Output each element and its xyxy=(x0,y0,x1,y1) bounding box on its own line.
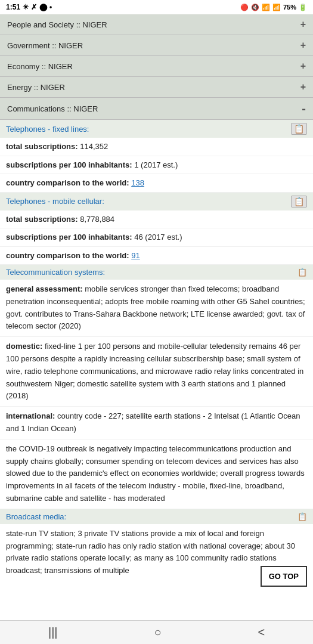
go-top-button[interactable]: GO TOP xyxy=(261,566,307,587)
section-energy[interactable]: Energy :: NIGER + xyxy=(0,77,313,98)
fixed-total-subscriptions: total subscriptions: 114,352 xyxy=(0,138,313,156)
dot-icon: • xyxy=(49,3,52,11)
section-energy-btn[interactable]: + xyxy=(300,82,306,92)
domestic-block: domestic: fixed-line 1 per 100 persons a… xyxy=(0,337,313,407)
telecom-systems-icon[interactable]: 📋 xyxy=(297,268,307,277)
section-energy-label: Energy :: NIGER xyxy=(7,83,65,92)
fixed-subscriptions-per100-value: 1 (2017 est.) xyxy=(134,160,178,169)
broadcast-media-link[interactable]: Broadcast media: xyxy=(6,512,66,521)
international-block: international: country code - 227; satel… xyxy=(0,407,313,439)
battery-icon: 🔋 xyxy=(299,4,307,11)
broadcast-media-text: state-run TV station; 3 private TV stati… xyxy=(6,529,295,575)
domestic-label: domestic: xyxy=(6,342,42,351)
general-assessment-label: general assessment: xyxy=(6,284,83,293)
x-icon: ✗ xyxy=(31,3,37,11)
general-assessment-block: general assessment: mobile services stro… xyxy=(0,280,313,337)
section-economy-label: Economy :: NIGER xyxy=(7,62,73,71)
signal-icon: 📶 xyxy=(262,4,270,11)
section-economy[interactable]: Economy :: NIGER + xyxy=(0,56,313,77)
section-government[interactable]: Government :: NIGER + xyxy=(0,35,313,56)
broadcast-media-icon[interactable]: 📋 xyxy=(297,512,307,521)
mobile-subscriptions-per100-value: 46 (2017 est.) xyxy=(134,233,182,242)
section-communications-label: Communications :: NIGER xyxy=(7,104,98,113)
signal2-icon: 📶 xyxy=(272,4,281,11)
section-communications-btn[interactable]: - xyxy=(302,103,306,114)
mobile-total-subscriptions: total subscriptions: 8,778,884 xyxy=(0,210,313,229)
mobile-country-comparison-label: country comparison to the world: xyxy=(6,251,129,260)
fixed-country-comparison: country comparison to the world: 138 xyxy=(0,174,313,193)
telecom-systems-link[interactable]: Telecommunication systems: xyxy=(6,268,105,277)
status-bar-right: 🔴 🔇 📶 📶 75% 🔋 xyxy=(240,4,307,11)
telephones-fixed-icon[interactable]: 📋 xyxy=(291,123,307,135)
main-content: People and Society :: NIGER + Government… xyxy=(0,14,313,611)
fixed-subscriptions-per100-label: subscriptions per 100 inhabitants: xyxy=(6,160,132,169)
telephones-fixed-header: Telephones - fixed lines: 📋 xyxy=(0,120,313,138)
mobile-total-subscriptions-value: 8,778,884 xyxy=(80,215,114,224)
section-government-btn[interactable]: + xyxy=(300,40,306,51)
time: 1:51 xyxy=(6,3,20,11)
battery: 75% xyxy=(283,4,296,11)
mobile-subscriptions-per100: subscriptions per 100 inhabitants: 46 (2… xyxy=(0,228,313,247)
broadcast-text-area: state-run TV station; 3 private TV stati… xyxy=(0,524,313,581)
telecom-systems-header-row: Telecommunication systems: 📋 xyxy=(0,265,313,280)
section-people-society[interactable]: People and Society :: NIGER + xyxy=(0,14,313,35)
domestic-text: fixed-line 1 per 100 persons and mobile-… xyxy=(6,342,303,400)
section-people-society-label: People and Society :: NIGER xyxy=(7,20,107,29)
international-label: international: xyxy=(6,411,55,420)
telephones-fixed-link[interactable]: Telephones - fixed lines: xyxy=(6,125,89,134)
mobile-country-comparison: country comparison to the world: 91 xyxy=(0,247,313,265)
status-bar: 1:51 ✳ ✗ ⬤ • 🔴 🔇 📶 📶 75% 🔋 xyxy=(0,0,313,14)
circle-icon: ⬤ xyxy=(39,3,47,11)
status-bar-left: 1:51 ✳ ✗ ⬤ • xyxy=(6,3,52,11)
mobile-total-subscriptions-label: total subscriptions: xyxy=(6,215,78,224)
telephones-mobile-link[interactable]: Telephones - mobile cellular: xyxy=(6,197,104,206)
asterisk-icon: ✳ xyxy=(23,3,29,11)
mobile-subscriptions-per100-label: subscriptions per 100 inhabitants: xyxy=(6,233,132,242)
covid-text: the COVID-19 outbreak is negatively impa… xyxy=(6,444,305,503)
fixed-country-comparison-value[interactable]: 138 xyxy=(131,178,144,187)
fixed-subscriptions-per100: subscriptions per 100 inhabitants: 1 (20… xyxy=(0,156,313,175)
broadcast-media-header-row: Broadcast media: 📋 xyxy=(0,509,313,524)
section-communications[interactable]: Communications :: NIGER - xyxy=(0,98,313,120)
section-people-society-btn[interactable]: + xyxy=(300,19,306,30)
covid-block: the COVID-19 outbreak is negatively impa… xyxy=(0,439,313,509)
telephones-mobile-icon[interactable]: 📋 xyxy=(291,196,307,208)
section-economy-btn[interactable]: + xyxy=(300,61,306,72)
fixed-total-subscriptions-value: 114,352 xyxy=(80,142,108,151)
mobile-country-comparison-value[interactable]: 91 xyxy=(131,251,140,260)
bluetooth-icon: 🔴 xyxy=(240,4,249,11)
fixed-country-comparison-label: country comparison to the world: xyxy=(6,178,129,187)
fixed-total-subscriptions-label: total subscriptions: xyxy=(6,142,78,151)
telephones-mobile-header: Telephones - mobile cellular: 📋 xyxy=(0,193,313,210)
section-government-label: Government :: NIGER xyxy=(7,41,83,50)
volume-icon: 🔇 xyxy=(251,4,259,11)
